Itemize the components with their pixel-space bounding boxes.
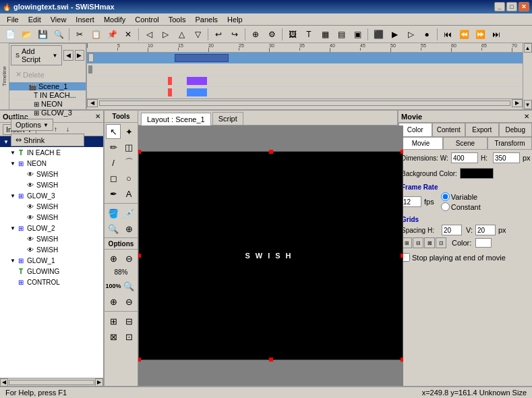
- tb-img4[interactable]: ▣: [350, 27, 365, 42]
- tl-scroll-thumb[interactable]: [99, 101, 510, 106]
- tb-undo[interactable]: ↩: [211, 27, 226, 42]
- tool-line[interactable]: /: [106, 155, 121, 170]
- outline-item-glowing[interactable]: T GLOWING: [0, 266, 103, 277]
- constant-radio[interactable]: Constant: [441, 202, 481, 211]
- menu-panels[interactable]: Panels: [191, 15, 222, 24]
- handle-tr[interactable]: [401, 150, 403, 154]
- tab-debug[interactable]: Debug: [499, 123, 533, 136]
- handle-tl[interactable]: [138, 150, 141, 154]
- handle-mr[interactable]: [401, 254, 403, 258]
- tl-row-scene1[interactable]: 🎬 Scene_1: [9, 82, 86, 91]
- tb-paste[interactable]: 📌: [105, 27, 119, 42]
- tb-next-frame[interactable]: ⏩: [473, 27, 487, 42]
- timeline-shrink-button[interactable]: ⇔ Shrink: [11, 134, 84, 146]
- tb-last-frame[interactable]: ⏭: [489, 27, 504, 42]
- tb-new[interactable]: 📄: [3, 27, 18, 42]
- tb-img3[interactable]: ▤: [334, 27, 349, 42]
- tool-transform[interactable]: ✦: [121, 124, 136, 139]
- tb-first-frame[interactable]: ⏮: [440, 27, 455, 42]
- outline-item-swish1[interactable]: 👁 SWiSH: [0, 169, 103, 179]
- tool-rect[interactable]: ◻: [106, 171, 121, 186]
- zoom-custom-btn[interactable]: ⊖: [121, 294, 136, 309]
- layout-tab[interactable]: Layout : Scene_1: [141, 113, 211, 125]
- outline-item-neon[interactable]: ▼ ⊞ NEON: [0, 158, 103, 169]
- menu-insert[interactable]: Insert: [71, 15, 98, 24]
- tl-row-neon[interactable]: ⊞ NEON: [9, 100, 86, 109]
- variable-radio[interactable]: Variable: [441, 192, 481, 201]
- tl-row-glow3[interactable]: ⊞ GLOW_3: [9, 109, 86, 117]
- width-input[interactable]: [451, 152, 478, 163]
- spacing-h-input[interactable]: [442, 225, 462, 235]
- constant-radio-input[interactable]: [441, 202, 450, 211]
- fps-input[interactable]: [401, 196, 421, 207]
- tb-redo[interactable]: ↪: [227, 27, 242, 42]
- zoom-fit-btn[interactable]: ⊕: [106, 294, 121, 309]
- grid-icon-3[interactable]: ⊠: [424, 237, 435, 248]
- tool-pencil[interactable]: ✏: [106, 140, 121, 154]
- stop-playing-row[interactable]: Stop playing at end of movie: [401, 253, 529, 262]
- menu-modify[interactable]: Modify: [100, 15, 129, 24]
- outline-scroll-thumb[interactable]: [9, 380, 94, 385]
- outline-item-glow2[interactable]: ▼ ⊞ GLOW_2: [0, 223, 103, 233]
- tb-img2[interactable]: ▦: [318, 27, 332, 42]
- tb-move-down[interactable]: ▽: [190, 27, 205, 42]
- tb-play[interactable]: ▶: [387, 27, 402, 42]
- tool-paint[interactable]: 🪣: [106, 206, 121, 221]
- tb-move-right[interactable]: ▷: [158, 27, 173, 42]
- tool-zoom-in[interactable]: 🔍: [106, 221, 121, 236]
- menu-help[interactable]: Help: [223, 15, 247, 24]
- handle-ml[interactable]: [138, 254, 141, 258]
- tl-vscroll-up[interactable]: ▲: [524, 43, 532, 53]
- tool-zoom-out[interactable]: ⊕: [121, 221, 136, 236]
- tb-move-left[interactable]: ◁: [142, 27, 156, 42]
- outline-item-glow3[interactable]: ▼ ⊞ GLOW_3: [0, 190, 103, 201]
- outline-scroll-left[interactable]: ◀: [0, 378, 8, 387]
- menu-edit[interactable]: Edit: [24, 15, 45, 24]
- handle-bm[interactable]: [269, 358, 273, 362]
- tool-opt2[interactable]: ⊖: [121, 251, 136, 266]
- tool-grid1[interactable]: ⊞: [106, 314, 121, 329]
- outline-item-glow1[interactable]: ▼ ⊞ GLOW_1: [0, 255, 103, 266]
- tb-find[interactable]: 🔍: [51, 27, 66, 42]
- tb-img1[interactable]: 🖼: [285, 27, 300, 42]
- tl-nav-right[interactable]: ▶: [75, 50, 84, 61]
- minimize-button[interactable]: _: [494, 2, 505, 11]
- handle-bl[interactable]: [138, 358, 141, 362]
- tl-row-ineach[interactable]: T IN EACH...: [9, 91, 86, 100]
- outline-item-swish6[interactable]: 👁 SWiSH: [0, 244, 103, 255]
- tb-settings[interactable]: ⚙: [264, 27, 279, 42]
- handle-tm[interactable]: [269, 150, 273, 154]
- maximize-button[interactable]: □: [506, 2, 517, 11]
- subtab-movie[interactable]: Movie: [398, 137, 443, 149]
- grid-icon-4[interactable]: ⊡: [436, 237, 446, 248]
- outline-item-swish3[interactable]: 👁 SWiSH: [0, 201, 103, 212]
- tool-eyedrop[interactable]: 💉: [121, 206, 136, 221]
- tl-scroll-right[interactable]: ▶: [512, 99, 523, 107]
- menu-control[interactable]: Control: [131, 15, 162, 24]
- tl-nav-left[interactable]: ◀: [63, 50, 73, 61]
- tool-grid3[interactable]: ⊠: [106, 329, 121, 344]
- outline-scroll-right[interactable]: ▶: [95, 378, 103, 387]
- outline-item-swish5[interactable]: 👁 SWiSH: [0, 233, 103, 244]
- movie-close-btn[interactable]: ✕: [524, 113, 529, 120]
- tab-content[interactable]: Content: [432, 123, 466, 136]
- outline-item-ineach[interactable]: ▼ T IN EACH E: [0, 147, 103, 158]
- menu-view[interactable]: View: [47, 15, 71, 24]
- tb-text[interactable]: T: [301, 27, 316, 42]
- tool-select[interactable]: ↖: [106, 124, 121, 139]
- subtab-scene[interactable]: Scene: [443, 137, 487, 149]
- tool-grid4[interactable]: ⊡: [121, 329, 136, 344]
- tool-pen[interactable]: ✒: [106, 186, 121, 201]
- tool-grid2[interactable]: ⊟: [121, 314, 136, 329]
- zoom-in-btn[interactable]: 100%: [106, 279, 121, 293]
- timeline-options-button[interactable]: Options ▼: [11, 119, 53, 131]
- menu-tools[interactable]: Tools: [165, 15, 190, 24]
- subtab-transform[interactable]: Transform: [487, 137, 532, 149]
- script-tab[interactable]: Script: [212, 112, 243, 125]
- tb-delete[interactable]: ✕: [121, 27, 136, 42]
- outline-item-control[interactable]: ⊞ CONTROL: [0, 277, 103, 287]
- outline-close-button[interactable]: ✕: [95, 113, 100, 120]
- tb-record[interactable]: ●: [419, 27, 434, 42]
- tl-scroll-left[interactable]: ◀: [87, 99, 98, 107]
- tab-color[interactable]: Color: [398, 123, 432, 136]
